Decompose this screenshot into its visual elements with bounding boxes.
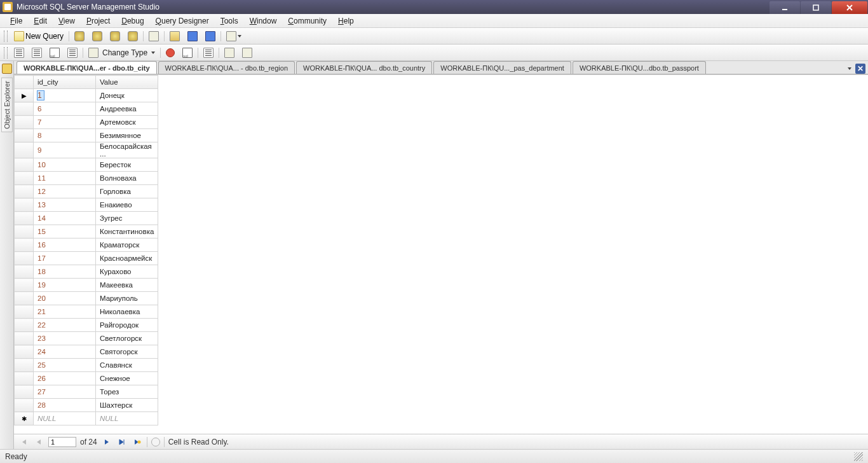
- cell-id-city[interactable]: 20: [34, 292, 96, 305]
- row-selector[interactable]: ▶: [15, 89, 34, 102]
- nav-stop-button[interactable]: [151, 438, 160, 446]
- cell-id-city[interactable]: NULL: [34, 412, 96, 425]
- row-selector[interactable]: [15, 319, 34, 332]
- row-selector[interactable]: [15, 142, 34, 158]
- cell-id-city[interactable]: 10: [34, 158, 96, 172]
- menu-window[interactable]: Window: [245, 15, 282, 27]
- row-selector[interactable]: [15, 172, 34, 185]
- cell-value[interactable]: Волноваха: [96, 172, 158, 185]
- cell-value[interactable]: Горловка: [96, 185, 158, 198]
- cell-id-city[interactable]: 9: [34, 142, 96, 158]
- cell-value[interactable]: Мариуполь: [96, 292, 158, 305]
- row-selector[interactable]: [15, 225, 34, 238]
- tb-btn-groupby[interactable]: [201, 46, 216, 60]
- document-tab[interactable]: WORKABLE-ПК\QU..._pas_department: [433, 61, 571, 74]
- cell-value[interactable]: Шахтерск: [96, 399, 158, 412]
- cell-value[interactable]: Енакиево: [96, 198, 158, 212]
- cell-id-city[interactable]: 25: [34, 359, 96, 372]
- cell-id-city[interactable]: 26: [34, 372, 96, 385]
- row-selector[interactable]: [15, 372, 34, 385]
- tb-btn-file[interactable]: [146, 29, 161, 43]
- cell-value[interactable]: Белосарайская ...: [96, 142, 158, 158]
- tb-btn-db1[interactable]: [72, 29, 87, 43]
- row-selector[interactable]: [15, 305, 34, 319]
- change-type-button[interactable]: Change Type: [86, 46, 158, 60]
- tb-btn-execute[interactable]: [163, 46, 177, 60]
- cell-id-city[interactable]: 14: [34, 212, 96, 225]
- cell-value[interactable]: Краматорск: [96, 238, 158, 252]
- cell-value[interactable]: Макеевка: [96, 279, 158, 292]
- row-selector[interactable]: [15, 185, 34, 198]
- tb-btn-pane4[interactable]: [65, 46, 80, 60]
- cell-value[interactable]: Райгородок: [96, 319, 158, 332]
- cell-value[interactable]: Зугрес: [96, 212, 158, 225]
- menu-project[interactable]: Project: [81, 15, 115, 27]
- tb-btn-addderived[interactable]: [240, 46, 255, 60]
- cell-id-city[interactable]: 18: [34, 265, 96, 279]
- tb-btn-saveall[interactable]: [203, 29, 218, 43]
- cell-id-city[interactable]: 6: [34, 102, 96, 116]
- cell-value[interactable]: Бересток: [96, 158, 158, 172]
- menu-file[interactable]: File: [5, 15, 27, 27]
- results-grid[interactable]: id_city Value ▶1Донецк6Андреевка7Артемов…: [14, 74, 868, 434]
- row-selector[interactable]: [15, 265, 34, 279]
- cell-id-city[interactable]: 22: [34, 319, 96, 332]
- row-selector-new[interactable]: ✱: [15, 412, 34, 425]
- row-selector[interactable]: [15, 359, 34, 372]
- row-selector[interactable]: [15, 345, 34, 359]
- cell-id-city[interactable]: 21: [34, 305, 96, 319]
- new-query-button[interactable]: New Query: [11, 29, 66, 43]
- menu-tools[interactable]: Tools: [215, 15, 243, 27]
- menu-view[interactable]: View: [53, 15, 80, 27]
- tb-btn-addtable[interactable]: [222, 46, 237, 60]
- document-tab[interactable]: WORKABLE-ПК\QUA... dbo.tb_country: [296, 61, 432, 74]
- cell-id-city[interactable]: 16: [34, 238, 96, 252]
- menu-help[interactable]: Help: [333, 15, 359, 27]
- nav-prev-button[interactable]: [33, 436, 44, 448]
- row-selector[interactable]: [15, 158, 34, 172]
- cell-id-city[interactable]: 7: [34, 116, 96, 129]
- tb-btn-pane3[interactable]: [47, 46, 62, 60]
- cell-id-city[interactable]: 1: [34, 89, 96, 102]
- cell-id-city[interactable]: 27: [34, 385, 96, 399]
- nav-new-button[interactable]: [132, 436, 143, 448]
- cell-id-city[interactable]: 28: [34, 399, 96, 412]
- cell-id-city[interactable]: 13: [34, 198, 96, 212]
- close-button[interactable]: [832, 1, 867, 14]
- document-tab[interactable]: WORKABLE-ПК\QUA...er - dbo.tb_city: [17, 61, 157, 74]
- cell-value[interactable]: Константиновка: [96, 225, 158, 238]
- cell-value[interactable]: Андреевка: [96, 102, 158, 116]
- document-tab[interactable]: WORKABLE-ПК\QUA... - dbo.tb_region: [158, 61, 295, 74]
- row-selector[interactable]: [15, 116, 34, 129]
- tb-btn-pane2[interactable]: [29, 46, 44, 60]
- cell-value[interactable]: Светлогорск: [96, 332, 158, 345]
- cell-id-city[interactable]: 8: [34, 129, 96, 142]
- cell-value[interactable]: Торез: [96, 385, 158, 399]
- cell-id-city[interactable]: 11: [34, 172, 96, 185]
- menu-query-designer[interactable]: Query Designer: [151, 15, 214, 27]
- tabs-dropdown-button[interactable]: [844, 64, 854, 74]
- nav-next-button[interactable]: [101, 436, 112, 448]
- cell-value[interactable]: Артемовск: [96, 116, 158, 129]
- menu-edit[interactable]: Edit: [29, 15, 52, 27]
- tb-btn-save[interactable]: [185, 29, 200, 43]
- cell-value[interactable]: Донецк: [96, 89, 158, 102]
- nav-last-button[interactable]: [116, 436, 128, 448]
- cell-id-city[interactable]: 15: [34, 225, 96, 238]
- row-selector[interactable]: [15, 332, 34, 345]
- row-selector[interactable]: [15, 279, 34, 292]
- tb-btn-db3[interactable]: [107, 29, 123, 43]
- object-explorer-tab[interactable]: Object Explorer: [1, 78, 13, 132]
- row-selector[interactable]: [15, 292, 34, 305]
- cell-id-city[interactable]: 17: [34, 252, 96, 265]
- cell-id-city[interactable]: 24: [34, 345, 96, 359]
- row-selector[interactable]: [15, 238, 34, 252]
- column-header-id-city[interactable]: id_city: [34, 76, 96, 89]
- cell-id-city[interactable]: 19: [34, 279, 96, 292]
- tab-close-button[interactable]: ✕: [855, 64, 865, 74]
- tb-btn-open[interactable]: [167, 29, 182, 43]
- cell-id-city[interactable]: 12: [34, 185, 96, 198]
- cell-value[interactable]: Курахово: [96, 265, 158, 279]
- object-explorer-icon[interactable]: [2, 64, 12, 74]
- row-selector[interactable]: [15, 102, 34, 116]
